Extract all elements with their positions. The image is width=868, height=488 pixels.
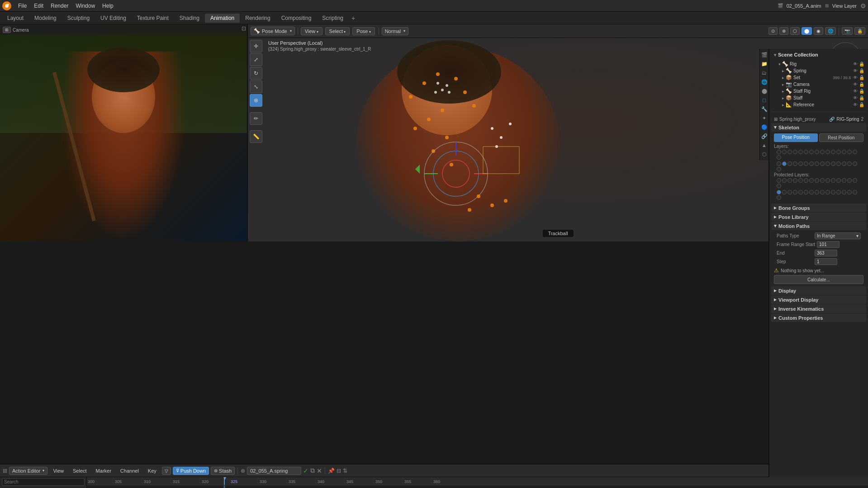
scene-item-reference[interactable]: ▸ 📐 Reference 👁 🔒 xyxy=(771,101,866,108)
prot-dot-22[interactable] xyxy=(804,190,808,194)
layer-dot-21[interactable] xyxy=(798,161,803,166)
prot-dot-12[interactable] xyxy=(836,178,841,183)
prot-dot-11[interactable] xyxy=(831,178,835,183)
prot-dot-6[interactable] xyxy=(804,178,808,183)
frame-range-start-input[interactable] xyxy=(817,241,840,248)
frame-step-input[interactable] xyxy=(815,258,837,265)
prot-dot-16[interactable] xyxy=(777,184,781,188)
tl-select-menu[interactable]: Select xyxy=(69,467,90,474)
layer-dot-26[interactable] xyxy=(825,161,830,166)
prot-dot-30[interactable] xyxy=(847,190,852,194)
pin-icon[interactable]: 📌 xyxy=(328,468,335,474)
scale-tool[interactable]: ⤡ xyxy=(250,81,262,93)
pose-position-btn[interactable]: Pose Position xyxy=(774,133,818,142)
menu-window[interactable]: Window xyxy=(72,2,99,10)
tab-animation[interactable]: Animation xyxy=(205,14,240,23)
ik-section[interactable]: ▸ Inverse Kinematics xyxy=(771,304,866,313)
tab-compositing[interactable]: Compositing xyxy=(276,14,317,23)
layer-dot-9[interactable] xyxy=(820,150,825,154)
prot-dot-21[interactable] xyxy=(798,190,803,194)
layer-dot-27[interactable] xyxy=(831,161,835,166)
keyframes-canvas[interactable] xyxy=(87,485,868,488)
tab-texture-paint[interactable]: Texture Paint xyxy=(132,14,174,23)
camera-view-toggle[interactable]: ⊞ xyxy=(3,27,11,33)
cursor-tool[interactable]: ✛ xyxy=(250,40,262,52)
prot-dot-8[interactable] xyxy=(815,178,819,183)
tl-key-menu[interactable]: Key xyxy=(144,467,160,474)
layer-dot-25[interactable] xyxy=(820,161,825,166)
rotate-tool[interactable]: ↻ xyxy=(250,67,262,80)
menu-help[interactable]: Help xyxy=(99,2,117,10)
calculate-button[interactable]: Calculate... xyxy=(774,275,863,284)
layer-dot-1[interactable] xyxy=(777,150,781,154)
add-workspace-button[interactable]: + xyxy=(349,14,358,23)
layer-dot-19[interactable] xyxy=(787,161,792,166)
layer-dot-8[interactable] xyxy=(815,150,819,154)
stash-button[interactable]: ⊛ Stash xyxy=(211,467,235,475)
prot-dot-27[interactable] xyxy=(831,190,835,194)
layer-dot-11[interactable] xyxy=(831,150,835,154)
layer-dot-6[interactable] xyxy=(804,150,808,154)
filter2-icon[interactable]: ⊟ xyxy=(337,468,341,474)
measure-tool[interactable]: 📏 xyxy=(250,130,262,143)
layer-dot-16[interactable] xyxy=(777,155,781,160)
tab-scripting[interactable]: Scripting xyxy=(317,14,349,23)
annotate-tool[interactable]: ✏ xyxy=(250,112,262,125)
prot-dot-1[interactable] xyxy=(777,178,781,183)
editor-type-selector[interactable]: Action Editor ▾ xyxy=(9,467,47,475)
layer-dot-13[interactable] xyxy=(842,150,846,154)
prot-dot-28[interactable] xyxy=(836,190,841,194)
layer-dot-17[interactable] xyxy=(777,161,781,166)
display-section[interactable]: ▸ Display xyxy=(771,286,866,295)
prot-dot-26[interactable] xyxy=(825,190,830,194)
pose-library-section[interactable]: ▸ Pose Library xyxy=(771,213,866,221)
move-tool[interactable]: ⤢ xyxy=(250,53,262,66)
layer-dot-15[interactable] xyxy=(853,150,857,154)
layer-dot-28[interactable] xyxy=(836,161,841,166)
rest-position-btn[interactable]: Rest Position xyxy=(819,133,864,142)
tab-modeling[interactable]: Modeling xyxy=(29,14,62,23)
prot-dot-19[interactable] xyxy=(787,190,792,194)
layer-dot-5[interactable] xyxy=(798,150,803,154)
prot-dot-7[interactable] xyxy=(809,178,814,183)
skeleton-header[interactable]: ▾ Skeleton xyxy=(771,123,866,132)
frame-range-end-input[interactable] xyxy=(815,250,837,256)
prot-dot-17[interactable] xyxy=(777,190,781,194)
scene-item-camera[interactable]: ▸ 📷 Camera 👁 🔒 xyxy=(771,81,866,88)
scene-item-rig[interactable]: ▾ 🦴 Rig 👁 🔒 xyxy=(771,61,866,67)
tl-view-menu[interactable]: View xyxy=(49,467,67,474)
layer-dot-32[interactable] xyxy=(777,167,781,171)
prot-dot-24[interactable] xyxy=(815,190,819,194)
scene-item-set[interactable]: ▸ 📦 Set 399 / 39.6 👁 🔒 xyxy=(771,74,866,81)
viewport-expand-button[interactable]: ⊡ xyxy=(242,25,246,32)
tab-sculpting[interactable]: Sculpting xyxy=(62,14,95,23)
prop-tab-view-layer[interactable]: 🗂 xyxy=(760,69,768,77)
custom-props-section[interactable]: ▸ Custom Properties xyxy=(771,313,866,322)
prop-tab-scene[interactable]: 🌐 xyxy=(760,78,768,86)
tab-rendering[interactable]: Rendering xyxy=(240,14,275,23)
prop-tab-object[interactable]: ◻ xyxy=(760,96,768,104)
layer-dot-31[interactable] xyxy=(853,161,857,166)
layer-dot-18[interactable] xyxy=(782,161,787,166)
scene-item-spring[interactable]: ▸ 🦴 Spring 👁 🔒 xyxy=(771,67,866,74)
layer-dot-30[interactable] xyxy=(847,161,852,166)
prot-dot-18[interactable] xyxy=(782,190,787,194)
prop-tab-material[interactable]: ⬡ xyxy=(760,150,768,158)
filter-button[interactable]: ▽ xyxy=(162,467,171,475)
tl-marker-menu[interactable]: Marker xyxy=(92,467,115,474)
prop-tab-output[interactable]: 📁 xyxy=(760,60,768,68)
prop-tab-constraints[interactable]: 🔗 xyxy=(760,132,768,140)
motion-paths-header[interactable]: ▾ Motion Paths xyxy=(771,222,866,230)
layer-dot-2[interactable] xyxy=(782,150,787,154)
prop-tab-render[interactable]: 🎬 xyxy=(760,51,768,59)
tab-layout[interactable]: Layout xyxy=(2,14,29,23)
action-close-icon[interactable]: ✕ xyxy=(317,467,322,474)
prop-tab-physics[interactable]: 🔵 xyxy=(760,123,768,131)
prot-dot-4[interactable] xyxy=(793,178,797,183)
layer-dot-23[interactable] xyxy=(809,161,814,166)
layer-dot-3[interactable] xyxy=(787,150,792,154)
layer-dot-29[interactable] xyxy=(842,161,846,166)
layer-dot-12[interactable] xyxy=(836,150,841,154)
prot-dot-31[interactable] xyxy=(853,190,857,194)
layer-dot-24[interactable] xyxy=(815,161,819,166)
